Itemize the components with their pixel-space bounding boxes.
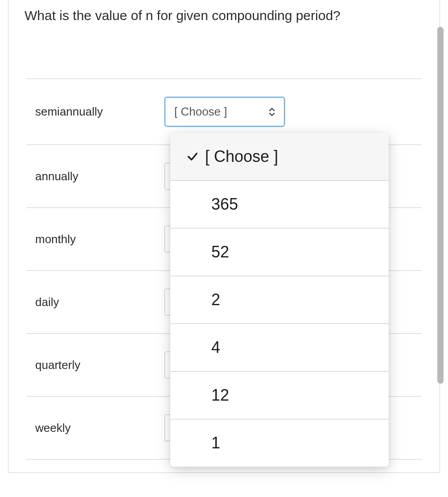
dropdown-item-label: 365	[205, 195, 238, 214]
dropdown-menu: [ Choose ] 365 52 2 4 12 1	[170, 133, 389, 467]
select-semiannually[interactable]: [ Choose ]	[164, 97, 285, 127]
dropdown-option-52[interactable]: 52	[170, 228, 389, 276]
dropdown-item-label: 1	[205, 434, 220, 452]
row-label-semiannually: semiannually	[35, 105, 164, 119]
dropdown-item-label: 12	[205, 386, 229, 405]
dropdown-item-label: 2	[205, 290, 220, 309]
scrollbar-track[interactable]	[437, 27, 444, 384]
chevron-up-down-icon	[268, 107, 276, 117]
dropdown-item-label: [ Choose ]	[205, 147, 278, 166]
check-icon	[184, 150, 201, 163]
dropdown-option-2[interactable]: 2	[170, 276, 389, 324]
row-label-daily: daily	[35, 295, 164, 309]
select-placeholder: [ Choose ]	[174, 105, 227, 119]
select-wrapper: [ Choose ]	[164, 97, 285, 127]
dropdown-item-label: 4	[205, 338, 220, 357]
dropdown-item-label: 52	[205, 243, 229, 261]
dropdown-option-choose[interactable]: [ Choose ]	[170, 133, 389, 181]
scrollbar-thumb[interactable]	[437, 27, 444, 384]
row-label-quarterly: quarterly	[35, 358, 164, 372]
dropdown-option-4[interactable]: 4	[170, 324, 389, 372]
question-text: What is the value of n for given compoun…	[8, 0, 440, 34]
row-label-annually: annually	[35, 170, 164, 183]
dropdown-option-365[interactable]: 365	[170, 181, 389, 228]
dropdown-option-1[interactable]: 1	[170, 419, 389, 467]
dropdown-option-12[interactable]: 12	[170, 372, 389, 419]
row-label-weekly: weekly	[35, 421, 164, 435]
row-label-monthly: monthly	[35, 232, 164, 246]
